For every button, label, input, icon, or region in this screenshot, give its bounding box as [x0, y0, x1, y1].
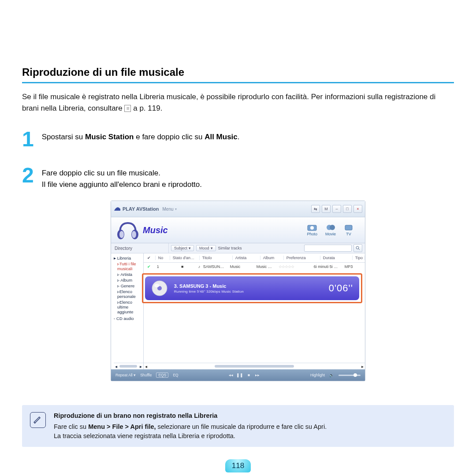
col-type[interactable]: Tipo — [353, 256, 365, 260]
svg-point-5 — [310, 226, 314, 230]
main-scrollbar[interactable]: ◂▸ — [144, 363, 365, 369]
sidebar-item-album[interactable]: ▹ Album — [114, 277, 143, 283]
sidebar-item-recent[interactable]: ▹Elenco ultime aggiunte — [114, 299, 143, 315]
sidebar-item-all-music[interactable]: ▹Tutti i file musicali — [114, 261, 143, 271]
text: . — [238, 133, 240, 141]
now-playing-bar[interactable]: 3. SAMSUNG 3 - Music Running time 5'48''… — [145, 276, 359, 300]
menu-button[interactable]: Menu — [163, 207, 174, 212]
label: TV — [346, 232, 351, 236]
heading-rule — [22, 82, 454, 83]
bold-text: All Music — [205, 133, 238, 141]
app-window: PLAY AVStation Menu▾ ⇆ M – □ × Music Pho… — [111, 201, 365, 381]
cell: ☆☆☆☆☆ — [277, 264, 312, 269]
minimize-button[interactable]: – — [332, 205, 341, 213]
tv-mode-button[interactable]: TV — [344, 224, 353, 236]
sidebar-scrollbar[interactable]: ◂▸ — [114, 363, 143, 369]
stop-button[interactable]: ■ — [246, 373, 251, 377]
highlight-button[interactable]: Highlight — [310, 373, 325, 377]
step-1-number: 1 — [22, 129, 34, 150]
close-button[interactable]: × — [353, 205, 362, 213]
sidebar-item-cd-audio[interactable]: ◦ CD audio — [114, 316, 143, 321]
page-ref-icon: ≡ — [124, 105, 131, 112]
bold-text: Music Station — [85, 133, 134, 141]
eq-button[interactable]: EQ — [173, 373, 178, 377]
col-album[interactable]: Album — [261, 256, 284, 260]
col-check[interactable]: ✔ — [145, 256, 156, 260]
now-playing-sub: Running time 5'48'' 320kbps Music Statio… — [174, 290, 244, 294]
sidebar: ▸ Libreria ▹Tutti i file musicali ▹ Arti… — [111, 253, 144, 369]
table-row[interactable]: ✔ 1 ■ ♪ SAMSUN… Music Music … ☆☆☆☆☆ 6i m… — [144, 263, 365, 271]
pause-button[interactable]: ❚❚ — [238, 373, 242, 377]
note-icon — [30, 412, 46, 428]
manual-page: Riproduzione di un file musicale Se il f… — [0, 0, 476, 476]
title-bar[interactable]: PLAY AVStation Menu▾ ⇆ M – □ × — [111, 201, 365, 217]
app-name: PLAY AVStation — [123, 206, 159, 212]
cell: ♪ SAMSUN… — [197, 264, 228, 269]
maximize-button[interactable]: □ — [343, 205, 352, 213]
search-button[interactable] — [353, 244, 362, 252]
headphones-icon — [115, 219, 140, 241]
label: Genere — [121, 283, 135, 288]
note-line-2: La traccia selezionata viene registrata … — [54, 431, 327, 441]
intro-text-b: a p. 119. — [131, 104, 162, 112]
col-pref[interactable]: Preferenza — [285, 256, 320, 260]
label: Libreria — [117, 256, 131, 260]
search-group — [304, 244, 362, 252]
repeat-button[interactable]: Repeat All ▾ — [115, 373, 136, 377]
svg-point-14 — [154, 284, 160, 287]
col-title[interactable]: Titolo — [201, 256, 233, 260]
step-2-text: Fare doppio clic su un file musicale. Il… — [42, 165, 202, 190]
app-logo-icon — [114, 206, 121, 212]
directory-header: Directory — [111, 243, 169, 253]
note-title: Riproduzione di un brano non registrato … — [54, 411, 327, 420]
cell: Music — [228, 264, 255, 269]
now-playing-title: 3. SAMSUNG 3 - Music — [174, 283, 244, 289]
intro-paragraph: Se il file musicale è registrato nella L… — [22, 91, 454, 114]
svg-line-10 — [358, 249, 360, 250]
mood-filter[interactable]: Mood▾ — [196, 245, 216, 251]
prev-button[interactable]: ◂◂ — [229, 373, 233, 377]
text: Spostarsi su — [42, 133, 85, 141]
disc-icon — [151, 280, 168, 297]
sidebar-item-genre[interactable]: ▹ Genere — [114, 283, 143, 289]
col-state[interactable]: Stato d'an… — [171, 256, 200, 260]
label: Tutti i file musicali — [117, 261, 136, 271]
section-title: Music — [143, 225, 168, 235]
window-button[interactable]: ⇆ — [311, 205, 320, 213]
search-input[interactable] — [304, 245, 352, 252]
step-2: 2 Fare doppio clic su un file musicale. … — [22, 165, 454, 190]
window-controls: ⇆ M – □ × — [311, 205, 362, 213]
eqs-button[interactable]: EQS — [156, 372, 168, 378]
label: Artista — [120, 272, 132, 277]
volume-icon[interactable]: 🔈 — [329, 373, 334, 377]
movie-mode-button[interactable]: Movie — [325, 224, 336, 236]
page-number: 118 — [225, 459, 251, 472]
chevron-down-icon: ▾ — [189, 246, 191, 250]
subject-filter[interactable]: Subject▾ — [171, 245, 194, 251]
cell: MP3 — [343, 264, 355, 269]
col-no[interactable]: No — [156, 256, 170, 260]
col-duration[interactable]: Durata — [321, 256, 353, 260]
window-button[interactable]: M — [322, 205, 331, 213]
cell: ■ — [168, 264, 197, 269]
svg-point-7 — [330, 225, 335, 230]
now-playing-info: 3. SAMSUNG 3 - Music Running time 5'48''… — [174, 283, 244, 294]
photo-mode-button[interactable]: Photo — [307, 224, 317, 236]
sidebar-item-library[interactable]: ▸ Libreria — [114, 255, 143, 261]
search-icon — [356, 246, 360, 250]
sidebar-item-personal-list[interactable]: ▹Elenco personale — [114, 289, 143, 299]
text: e fare doppio clic su — [134, 133, 205, 141]
sidebar-item-artist[interactable]: ▹ Artista — [114, 271, 143, 277]
chevron-down-icon: ▾ — [211, 246, 213, 250]
svg-rect-8 — [345, 225, 352, 230]
label: Subject — [174, 246, 187, 250]
shuffle-button[interactable]: Shuffle — [140, 373, 152, 377]
col-artist[interactable]: Artista — [234, 256, 260, 260]
similar-tracks-label[interactable]: Similar tracks — [218, 246, 242, 250]
mode-buttons: Photo Movie TV — [307, 224, 353, 236]
cell: 1 — [155, 264, 168, 269]
cell: 6i minuti 5i … — [312, 264, 343, 269]
step-1-text: Spostarsi su Music Station e fare doppio… — [42, 129, 240, 150]
next-button[interactable]: ▸▸ — [255, 373, 260, 377]
volume-slider[interactable] — [338, 375, 361, 376]
